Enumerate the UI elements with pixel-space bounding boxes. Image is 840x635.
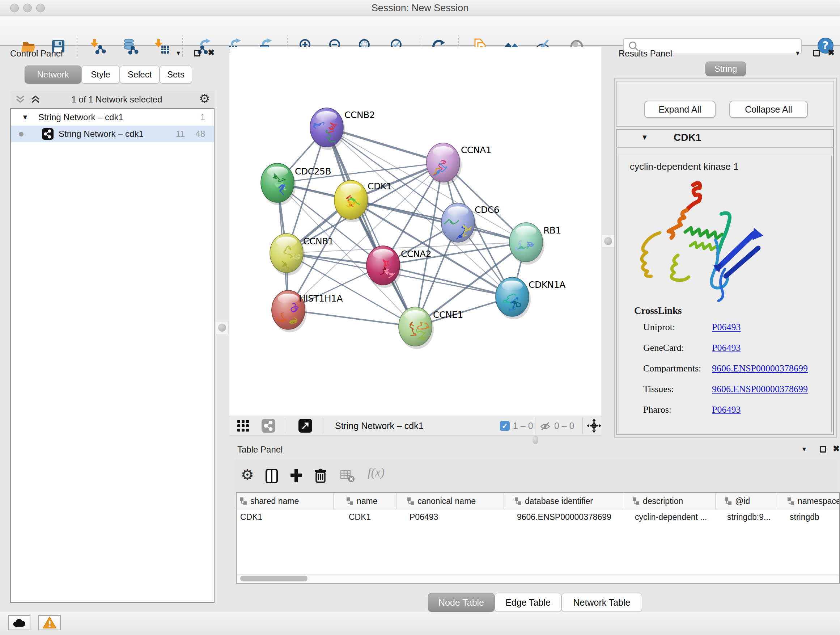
detach-view-icon[interactable]: [298, 419, 312, 432]
toolbar-separator: [285, 417, 285, 434]
table-cell[interactable]: P06493: [396, 510, 504, 524]
column-header[interactable]: canonical name: [396, 493, 504, 509]
node-label: CDKN1A: [529, 279, 565, 290]
network-node[interactable]: [334, 180, 369, 222]
control-panel-title: Control Panel: [10, 49, 63, 59]
panel-close-icon[interactable]: ✖: [208, 48, 215, 57]
panel-close-icon[interactable]: ✖: [833, 444, 840, 454]
panel-collapse-icon[interactable]: ▾: [796, 49, 799, 57]
table-cell[interactable]: cyclin-dependent ...: [623, 510, 715, 524]
column-header[interactable]: @id: [715, 493, 778, 509]
panel-float-icon[interactable]: [813, 50, 820, 57]
gene-description: cyclin-dependent kinase 1: [630, 161, 739, 172]
network-view-toolbar: String Network – cdk1 ✓ 1 – 0 0 – 0: [229, 416, 601, 435]
node-label: CCNA1: [461, 145, 491, 155]
table-panel-title: Table Panel: [237, 445, 283, 455]
network-node[interactable]: [261, 163, 296, 205]
gene-name: CDK1: [674, 132, 701, 143]
gene-section-header[interactable]: ▼ CDK1: [616, 129, 834, 148]
network-selection-status: 1 of 1 Network selected: [50, 95, 184, 105]
function-builder-icon[interactable]: f(x): [368, 466, 385, 479]
table-cell[interactable]: 9606.ENSP00000378699: [504, 510, 623, 524]
network-label: String Network – cdk1: [58, 129, 144, 139]
column-header[interactable]: database identifier: [504, 493, 623, 509]
column-header[interactable]: description: [623, 493, 715, 509]
tab-edge-table[interactable]: Edge Table: [494, 593, 561, 612]
gear-icon[interactable]: ⚙: [241, 466, 254, 483]
panel-close-icon[interactable]: ✖: [828, 48, 835, 57]
crosslink-label: Uniprot:: [643, 322, 712, 333]
tab-sets[interactable]: Sets: [159, 65, 192, 84]
right-splitter-handle[interactable]: [602, 234, 615, 248]
collapse-all-button[interactable]: Collapse All: [729, 101, 808, 118]
edge-count: 48: [195, 129, 205, 139]
gear-icon[interactable]: ⚙: [199, 91, 210, 106]
network-node[interactable]: [439, 203, 477, 245]
panel-collapse-icon[interactable]: ▾: [177, 49, 180, 57]
collection-count: 1: [201, 112, 205, 122]
node-label: CCNB2: [344, 110, 375, 120]
node-label: CCNA2: [401, 249, 431, 259]
tab-style[interactable]: Style: [81, 65, 120, 84]
expand-all-networks-icon[interactable]: [30, 95, 41, 105]
fit-crosshair-icon[interactable]: [587, 418, 601, 434]
add-column-icon[interactable]: [289, 469, 303, 485]
crosslink-link[interactable]: P06493: [712, 322, 741, 333]
table-cell[interactable]: CDK1: [237, 510, 333, 524]
expand-all-button[interactable]: Expand All: [644, 101, 715, 118]
tab-string[interactable]: String: [706, 62, 746, 76]
network-node[interactable]: [310, 108, 345, 150]
network-node[interactable]: [270, 233, 305, 276]
network-node[interactable]: [399, 307, 434, 349]
tab-network-table[interactable]: Network Table: [561, 593, 642, 612]
network-list-toolbar: 1 of 1 Network selected ⚙: [10, 90, 215, 108]
network-node[interactable]: [509, 223, 545, 264]
node-label: CDC6: [475, 204, 499, 215]
network-node[interactable]: [496, 277, 531, 319]
table-cell[interactable]: CDK1: [333, 510, 396, 524]
panel-float-icon[interactable]: [194, 50, 201, 57]
network-tree: ▼ String Network – cdk1 1 String Network…: [10, 108, 215, 603]
table-cell[interactable]: stringdb:9...: [715, 510, 778, 524]
tab-node-table[interactable]: Node Table: [428, 593, 494, 612]
grid-view-icon[interactable]: [237, 420, 249, 433]
column-header[interactable]: shared name: [237, 493, 333, 509]
columns-icon[interactable]: [265, 469, 279, 485]
network-edge[interactable]: [288, 310, 415, 326]
network-row[interactable]: String Network – cdk1 11 48: [11, 126, 214, 142]
left-splitter-handle[interactable]: [216, 321, 229, 334]
section-collapse-icon[interactable]: ▼: [641, 133, 648, 141]
crosslink-link[interactable]: P06493: [712, 404, 741, 415]
horizontal-scrollbar[interactable]: [237, 574, 838, 582]
network-canvas[interactable]: CCNB2CCNA1CDC25BCDK1CDC6RB1CCNB1CCNA2CDK…: [229, 47, 601, 416]
panel-collapse-icon[interactable]: ▾: [802, 445, 806, 453]
panel-float-icon[interactable]: [820, 446, 826, 453]
tab-select[interactable]: Select: [120, 65, 159, 84]
network-view-icon[interactable]: [262, 419, 275, 432]
tab-network[interactable]: Network: [25, 65, 81, 84]
scrollbar-thumb[interactable]: [240, 576, 308, 581]
crosslink-link[interactable]: 9606.ENSP00000378699: [712, 363, 808, 374]
toolbar-separator: [583, 417, 583, 434]
current-network-name: String Network – cdk1: [335, 421, 424, 431]
table-cell[interactable]: stringdb: [778, 510, 840, 524]
warning-button[interactable]: [38, 615, 61, 630]
selected-checkbox-icon[interactable]: ✓: [500, 421, 510, 431]
results-panel-title: Results Panel: [619, 49, 672, 59]
tree-expand-icon[interactable]: ▼: [22, 113, 28, 121]
network-node[interactable]: [426, 143, 462, 185]
delete-table-icon[interactable]: [340, 470, 355, 485]
window-title: Session: New Session: [0, 3, 840, 14]
network-collection-row[interactable]: ▼ String Network – cdk1 1: [11, 109, 214, 126]
warning-icon: [42, 616, 57, 629]
crosslink-link[interactable]: 9606.ENSP00000378699: [712, 384, 808, 394]
main-toolbar: ?: [0, 16, 840, 46]
cloud-button[interactable]: [8, 615, 30, 630]
collapse-all-networks-icon[interactable]: [15, 95, 26, 105]
delete-trash-icon[interactable]: [313, 468, 328, 485]
network-edge[interactable]: [351, 200, 526, 242]
column-header[interactable]: namespace: [778, 493, 840, 509]
column-header[interactable]: name: [333, 493, 396, 509]
node-label: CCNB1: [303, 236, 333, 247]
crosslink-link[interactable]: P06493: [712, 342, 741, 353]
